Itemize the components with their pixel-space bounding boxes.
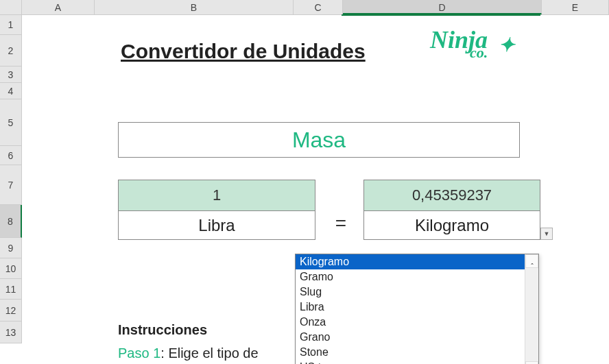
category-cell[interactable]: Masa bbox=[118, 122, 520, 158]
row-header-13[interactable]: 13 bbox=[0, 321, 22, 343]
col-header-A[interactable]: A bbox=[22, 0, 95, 14]
row-header-2[interactable]: 2 bbox=[0, 35, 22, 66]
output-unit-cell[interactable]: Kilogramo bbox=[363, 211, 540, 240]
unit-dropdown[interactable]: Kilogramo Gramo Slug Libra Onza Grano St… bbox=[295, 254, 539, 364]
dropdown-option[interactable]: Slug bbox=[296, 284, 525, 300]
chevron-down-icon: ▼ bbox=[544, 230, 550, 237]
dropdown-option[interactable]: Libra bbox=[296, 300, 525, 315]
chevron-up-icon: ꞈ bbox=[531, 256, 534, 266]
select-all-corner[interactable] bbox=[0, 0, 22, 14]
dropdown-toggle[interactable]: ▼ bbox=[540, 228, 553, 240]
col-header-E[interactable]: E bbox=[542, 0, 609, 14]
step-label: Paso 1 bbox=[118, 345, 160, 361]
instructions-heading: Instrucciones bbox=[118, 322, 207, 338]
row-header-4[interactable]: 4 bbox=[0, 83, 22, 99]
row-header-1[interactable]: 1 bbox=[0, 15, 22, 35]
col-header-C[interactable]: C bbox=[294, 0, 343, 14]
row-header-12[interactable]: 12 bbox=[0, 300, 22, 321]
dropdown-option[interactable]: US ton bbox=[296, 360, 525, 364]
dropdown-list: Kilogramo Gramo Slug Libra Onza Grano St… bbox=[296, 254, 525, 364]
row-header-8[interactable]: 8 bbox=[0, 205, 22, 238]
row-header-3[interactable]: 3 bbox=[0, 66, 22, 83]
input-unit-cell[interactable]: Libra bbox=[118, 211, 315, 240]
col-header-B[interactable]: B bbox=[95, 0, 294, 14]
step-text: Elige el tipo de bbox=[168, 345, 258, 361]
step-sep: : bbox=[160, 345, 168, 361]
logo-sub: co. bbox=[470, 45, 488, 60]
sheet-content[interactable]: Convertidor de Unidades Ninja co. ✦ Masa… bbox=[22, 15, 609, 343]
col-header-D[interactable]: D bbox=[343, 0, 542, 14]
output-value-cell[interactable]: 0,45359237 bbox=[363, 180, 540, 211]
row-header-11[interactable]: 11 bbox=[0, 279, 22, 300]
row-headers: 1 2 3 4 5 6 7 8 9 10 11 12 13 bbox=[0, 15, 22, 343]
dropdown-option[interactable]: Kilogramo bbox=[296, 254, 525, 269]
dropdown-option[interactable]: Stone bbox=[296, 345, 525, 360]
page-title: Convertidor de Unidades bbox=[121, 40, 366, 63]
logo: Ninja co. ✦ bbox=[430, 27, 488, 52]
row-header-7[interactable]: 7 bbox=[0, 165, 22, 205]
selected-col-marker bbox=[342, 14, 540, 16]
equals-label: = bbox=[318, 213, 363, 234]
dropdown-scrollbar[interactable]: ꞈ ⌄ bbox=[525, 254, 538, 364]
row-header-10[interactable]: 10 bbox=[0, 258, 22, 279]
row-header-5[interactable]: 5 bbox=[0, 99, 22, 146]
row-header-9[interactable]: 9 bbox=[0, 238, 22, 258]
dropdown-option[interactable]: Grano bbox=[296, 330, 525, 345]
instructions-step-1: Paso 1: Elige el tipo de bbox=[118, 345, 259, 361]
dropdown-option[interactable]: Gramo bbox=[296, 269, 525, 284]
sparkle-icon: ✦ bbox=[499, 36, 514, 55]
input-value-cell[interactable]: 1 bbox=[118, 180, 315, 211]
row-header-6[interactable]: 6 bbox=[0, 146, 22, 165]
scroll-down-button[interactable]: ⌄ bbox=[525, 361, 538, 364]
column-headers: A B C D E bbox=[0, 0, 609, 15]
dropdown-option[interactable]: Onza bbox=[296, 315, 525, 330]
scroll-up-button[interactable]: ꞈ bbox=[525, 254, 538, 268]
